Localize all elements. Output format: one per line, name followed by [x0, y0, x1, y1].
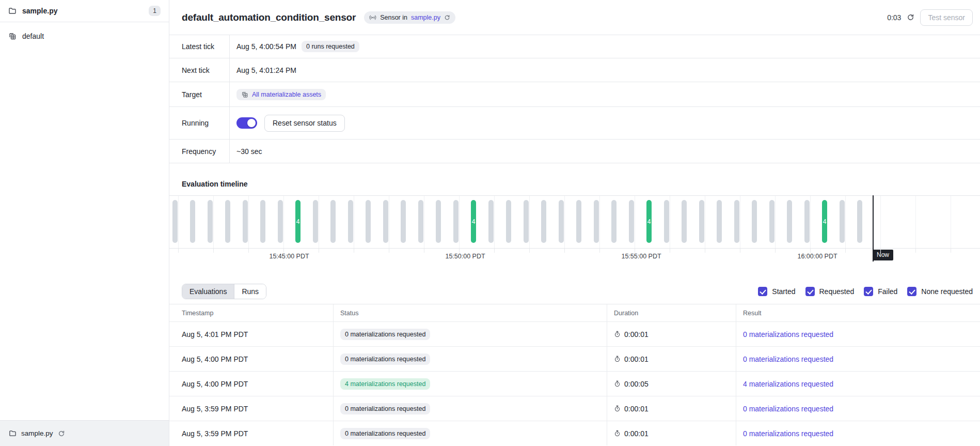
- tick-bar-none[interactable]: [717, 200, 722, 243]
- tick-bar-none[interactable]: [313, 200, 318, 243]
- tick-bar-requested[interactable]: 4: [471, 200, 476, 243]
- sensor-page: default_automation_condition_sensor Sens…: [169, 0, 980, 446]
- tick-bar-none[interactable]: [506, 200, 511, 243]
- tick-bar-none[interactable]: [208, 200, 213, 243]
- evaluation-row[interactable]: Aug 5, 3:59 PM PDT0 materializations req…: [169, 421, 980, 445]
- tick-bar-none[interactable]: [243, 200, 248, 243]
- asset-group-icon: [241, 91, 248, 98]
- running-toggle[interactable]: [236, 117, 257, 129]
- tick-bar-none[interactable]: [453, 200, 459, 243]
- timeline-gridline: [529, 196, 530, 248]
- checkbox-icon[interactable]: [758, 287, 767, 296]
- refresh-icon[interactable]: [907, 13, 914, 21]
- tick-bar-none[interactable]: [524, 200, 529, 243]
- tick-bar-none[interactable]: [260, 200, 265, 243]
- tick-bar-none[interactable]: [611, 200, 617, 243]
- timeline-gridline: [494, 196, 495, 248]
- tick-bar-none[interactable]: [594, 200, 599, 243]
- asset-group-icon: [8, 32, 17, 40]
- reload-icon[interactable]: [58, 430, 65, 437]
- tick-bar-none[interactable]: [699, 200, 704, 243]
- checkbox-icon[interactable]: [864, 287, 873, 296]
- filter-started[interactable]: Started: [758, 287, 795, 296]
- tick-bar-none[interactable]: [857, 200, 862, 243]
- tick-bar-none[interactable]: [172, 200, 178, 243]
- stopwatch-icon: [614, 430, 621, 437]
- tick-bar-none[interactable]: [348, 200, 353, 243]
- checkbox-icon[interactable]: [805, 287, 815, 296]
- tick-bar-none[interactable]: [769, 200, 774, 243]
- page-title: default_automation_condition_sensor: [182, 12, 356, 23]
- status-pill: 0 materializations requested: [340, 428, 430, 439]
- tick-bar-none[interactable]: [436, 200, 441, 243]
- timeline-gridline: [354, 196, 354, 248]
- result-link[interactable]: 0 materializations requested: [743, 429, 833, 438]
- tick-bar-none[interactable]: [804, 200, 810, 243]
- test-sensor-button[interactable]: Test sensor: [920, 9, 973, 26]
- result-link[interactable]: 4 materializations requested: [743, 380, 833, 388]
- column-header-status: Status: [333, 304, 607, 321]
- filter-label: None requested: [921, 287, 973, 296]
- timeline-gridline: [775, 196, 776, 248]
- checkbox-icon[interactable]: [907, 287, 916, 296]
- detail-row-target: Target All materializable assets: [169, 82, 980, 107]
- tick-bar-none[interactable]: [541, 200, 546, 243]
- tick-bar-none[interactable]: [629, 200, 634, 243]
- header-actions: 0:03 Test sensor: [887, 9, 973, 26]
- tick-bar-none[interactable]: [366, 200, 371, 243]
- sensor-badge-file-link[interactable]: sample.py: [411, 14, 440, 21]
- tick-bar-none[interactable]: [401, 200, 406, 243]
- timeline-axis-tick: [845, 249, 846, 253]
- duration-value: 0:00:01: [624, 330, 649, 339]
- timeline-axis-tick: [635, 249, 635, 253]
- tick-bar-none[interactable]: [576, 200, 581, 243]
- status-pill: 0 materializations requested: [340, 329, 430, 340]
- result-link[interactable]: 0 materializations requested: [743, 405, 833, 413]
- result-link[interactable]: 0 materializations requested: [743, 330, 833, 339]
- evaluation-row[interactable]: Aug 5, 3:59 PM PDT0 materializations req…: [169, 396, 980, 421]
- evaluation-row[interactable]: Aug 5, 4:00 PM PDT0 materializations req…: [169, 346, 980, 371]
- tick-bar-none[interactable]: [682, 200, 687, 243]
- reset-sensor-status-button[interactable]: Reset sensor status: [264, 115, 345, 132]
- timeline-gridline: [705, 196, 705, 248]
- tick-bar-none[interactable]: [752, 200, 757, 243]
- tick-bar-none[interactable]: [559, 200, 564, 243]
- reload-icon[interactable]: [444, 14, 450, 21]
- timeline-axis-tick: [740, 249, 740, 253]
- tick-bar-none[interactable]: [330, 200, 336, 243]
- evaluation-row[interactable]: Aug 5, 4:01 PM PDT0 materializations req…: [169, 321, 980, 346]
- filter-failed[interactable]: Failed: [864, 287, 897, 296]
- detail-row-running: Running Reset sensor status: [169, 107, 980, 140]
- detail-row-frequency: Frequency ~30 sec: [169, 140, 980, 163]
- tick-bar-none[interactable]: [664, 200, 669, 243]
- duration-value: 0:00:01: [624, 405, 649, 413]
- tick-bar-none[interactable]: [383, 200, 388, 243]
- tick-bar-none[interactable]: [488, 200, 494, 243]
- evaluation-row[interactable]: Aug 5, 4:00 PM PDT4 materializations req…: [169, 371, 980, 396]
- timeline-axis-tick: [775, 249, 776, 253]
- filter-label: Failed: [878, 287, 897, 296]
- filter-requested[interactable]: Requested: [805, 287, 855, 296]
- tick-bar-none[interactable]: [734, 200, 739, 243]
- tick-bar-none[interactable]: [190, 200, 195, 243]
- filter-none-requested[interactable]: None requested: [907, 287, 973, 296]
- tick-bar-requested[interactable]: 4: [646, 200, 652, 243]
- target-assets-link[interactable]: All materializable assets: [236, 89, 326, 100]
- timeline-gridline: [599, 196, 600, 248]
- column-header-duration: Duration: [607, 304, 736, 321]
- tab-runs[interactable]: Runs: [234, 284, 266, 299]
- detail-label: Latest tick: [169, 35, 230, 58]
- tick-bar-none[interactable]: [418, 200, 423, 243]
- tick-bar-none[interactable]: [840, 200, 845, 243]
- result-link[interactable]: 0 materializations requested: [743, 355, 833, 363]
- refresh-countdown: 0:03: [887, 13, 901, 22]
- status-filters: StartedRequestedFailedNone requested: [758, 287, 973, 296]
- sidebar-item-default[interactable]: default: [0, 27, 169, 45]
- tick-bar-requested[interactable]: 4: [822, 200, 827, 243]
- tab-evaluations[interactable]: Evaluations: [182, 284, 234, 299]
- tick-bar-none[interactable]: [787, 200, 792, 243]
- tick-bar-none[interactable]: [225, 200, 230, 243]
- tick-bar-none[interactable]: [278, 200, 283, 243]
- sidebar-file-row[interactable]: sample.py 1: [0, 0, 169, 22]
- tick-bar-requested[interactable]: 4: [295, 200, 301, 243]
